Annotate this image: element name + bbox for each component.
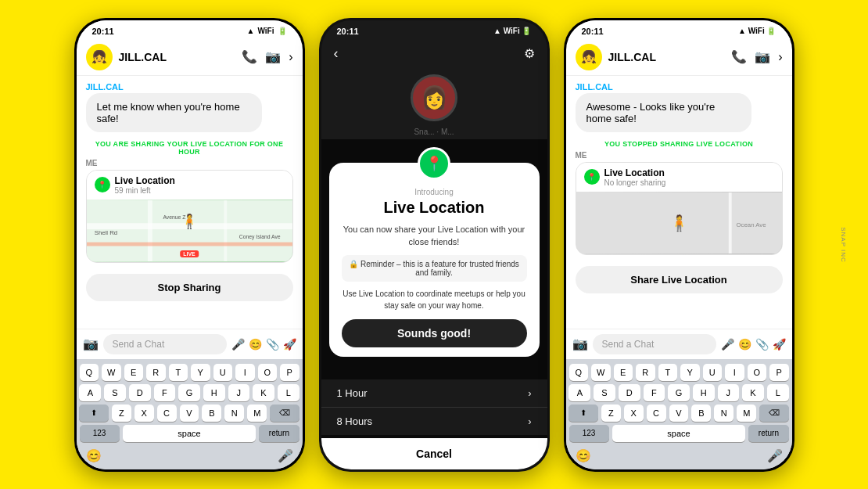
key-g-left[interactable]: G [178,384,200,401]
key-s-right[interactable]: S [594,384,615,401]
phone-icon-left[interactable]: 📞 [242,49,257,64]
key-k-right[interactable]: K [742,384,764,401]
key-g-right[interactable]: G [668,384,690,401]
key-v-right[interactable]: V [669,405,689,422]
modal-extra-info: Use Live Location to coordinate meetups … [342,288,527,311]
mic-kb-icon-right[interactable]: 🎤 [767,448,783,463]
key-p-left[interactable]: P [280,364,299,381]
chat-area-left: JILL.CAL Let me know when you're home sa… [77,76,303,329]
key-y-right[interactable]: Y [680,364,700,381]
camera-icon-left[interactable]: 📷 [83,336,99,351]
key-a-right[interactable]: A [569,384,590,401]
key-l-left[interactable]: L [278,384,299,401]
video-icon-left[interactable]: 📷 [265,49,281,64]
key-u-left[interactable]: U [213,364,233,381]
key-u-right[interactable]: U [703,364,723,381]
key-y-left[interactable]: Y [191,364,210,381]
key-r-right[interactable]: R [636,364,655,381]
send-icon-left[interactable]: 🚀 [283,338,296,351]
key-h-right[interactable]: H [693,384,715,401]
key-space-right[interactable]: space [612,425,746,442]
emoji-icon-right[interactable]: 😊 [738,338,751,351]
key-w-right[interactable]: W [591,364,611,381]
key-j-right[interactable]: J [718,384,740,401]
camera-icon-right[interactable]: 📷 [572,336,588,351]
key-l-right[interactable]: L [767,384,789,401]
key-x-left[interactable]: X [135,405,154,422]
key-o-right[interactable]: O [748,364,767,381]
send-icon-right[interactable]: 🚀 [773,338,786,351]
key-o-left[interactable]: O [258,364,278,381]
key-backspace-right[interactable]: ⌫ [759,405,788,422]
key-n-left[interactable]: N [224,405,244,422]
key-d-right[interactable]: D [619,384,640,401]
mic-icon-left[interactable]: 🎤 [231,338,245,351]
phone-icon-right[interactable]: 📞 [731,49,747,64]
emoji-kb-icon-left[interactable]: 😊 [86,448,102,463]
key-i-right[interactable]: I [725,364,744,381]
emoji-kb-icon-right[interactable]: 😊 [576,448,591,463]
chat-input-field-right[interactable]: Send a Chat [593,334,716,354]
chat-input-icons-right: 🎤 😊 📎 🚀 [721,338,786,351]
attach-icon-right[interactable]: 📎 [755,338,769,351]
key-return-left[interactable]: return [259,425,299,442]
key-z-right[interactable]: Z [601,405,621,422]
time-option-1hour[interactable]: 1 Hour › [321,379,547,408]
key-z-left[interactable]: Z [112,405,131,422]
mic-kb-icon-left[interactable]: 🎤 [278,448,293,463]
key-w-left[interactable]: W [102,364,121,381]
emoji-icon-left[interactable]: 😊 [249,338,262,351]
key-shift-left[interactable]: ⬆ [79,405,108,422]
back-icon-middle[interactable]: ‹ [334,45,339,62]
key-k-left[interactable]: K [253,384,274,401]
stop-sharing-button[interactable]: Stop Sharing [86,274,293,301]
video-icon-right[interactable]: 📷 [755,49,770,64]
key-b-right[interactable]: B [691,405,711,422]
key-e-left[interactable]: E [124,364,144,381]
map-area-left: Shell Rd Avenue Z Coney Island Ave 🧍 LIV… [87,200,292,262]
key-c-left[interactable]: C [157,405,177,422]
live-location-title-left: Live Location [115,175,175,186]
key-space-left[interactable]: space [123,425,256,442]
key-s-left[interactable]: S [104,384,126,401]
chevron-right-icon-left[interactable]: › [289,50,292,64]
chat-input-field-left[interactable]: Send a Chat [103,334,227,354]
key-q-left[interactable]: Q [80,364,99,381]
key-n-right[interactable]: N [714,405,733,422]
key-f-right[interactable]: F [644,384,665,401]
key-p-right[interactable]: P [769,364,789,381]
key-a-left[interactable]: A [79,384,101,401]
key-shift-right[interactable]: ⬆ [569,405,597,422]
location-icon-left: 📍 [95,177,110,192]
sounds-good-button[interactable]: Sounds good! [342,319,527,347]
key-t-right[interactable]: T [658,364,678,381]
key-v-left[interactable]: V [180,405,199,422]
chevron-right-icon-right[interactable]: › [778,50,782,64]
share-live-location-button[interactable]: Share Live Location [576,266,783,293]
key-123-right[interactable]: 123 [569,425,609,442]
key-q-right[interactable]: Q [569,364,589,381]
key-m-right[interactable]: M [737,405,756,422]
mic-icon-right[interactable]: 🎤 [721,338,734,351]
key-r-left[interactable]: R [146,364,166,381]
key-123-left[interactable]: 123 [80,425,120,442]
attach-icon-left[interactable]: 📎 [266,338,279,351]
key-d-left[interactable]: D [129,384,151,401]
key-m-left[interactable]: M [247,405,267,422]
key-return-right[interactable]: return [748,425,788,442]
key-f-left[interactable]: F [154,384,176,401]
phone-left: 20:11 ▲ WiFi 🔋 👧 JILL.CAL 📞 📷 › [74,18,305,472]
key-h-left[interactable]: H [203,384,225,401]
cancel-button[interactable]: Cancel [321,438,547,469]
key-j-left[interactable]: J [228,384,250,401]
key-b-left[interactable]: B [202,405,221,422]
gear-icon-middle[interactable]: ⚙ [524,46,535,61]
key-t-left[interactable]: T [169,364,188,381]
key-backspace-left[interactable]: ⌫ [270,405,299,422]
key-x-right[interactable]: X [624,405,644,422]
sharing-status-left: YOU ARE SHARING YOUR LIVE LOCATION FOR O… [86,140,293,156]
key-i-left[interactable]: I [235,364,255,381]
time-option-8hours[interactable]: 8 Hours › [321,408,547,435]
key-c-right[interactable]: C [647,405,666,422]
key-e-right[interactable]: E [614,364,633,381]
